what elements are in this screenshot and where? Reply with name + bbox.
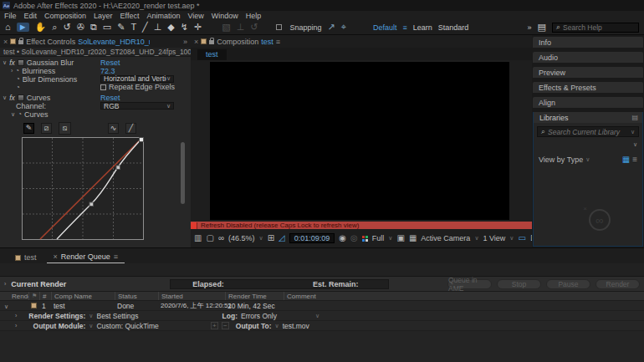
chevron-down-icon[interactable]: ∨: [315, 313, 319, 319]
camera-tool-icon[interactable]: ✇: [77, 23, 84, 32]
composition-tab-title[interactable]: Composition: [217, 38, 258, 46]
snapshot-icon[interactable]: ◉: [339, 234, 346, 242]
stopwatch-icon[interactable]: ◔: [15, 67, 19, 74]
grid-options-icon[interactable]: ⊞: [268, 234, 274, 242]
snapping-option-icon-2[interactable]: ⌖: [341, 23, 346, 32]
menu-layer[interactable]: Layer: [94, 12, 113, 20]
col-comp-name[interactable]: Comp Name: [51, 292, 115, 300]
stopwatch-icon[interactable]: ◔: [18, 110, 22, 118]
expand-icon[interactable]: ›: [4, 281, 6, 287]
panel-menu-icon[interactable]: ≡: [276, 38, 280, 46]
menu-window[interactable]: Window: [212, 12, 238, 20]
library-select-row[interactable]: ∨: [534, 140, 642, 150]
chevron-down-icon[interactable]: ∨: [275, 323, 279, 329]
monitor-icon[interactable]: ▢: [206, 234, 213, 242]
add-output-button[interactable]: +: [211, 322, 218, 329]
chevron-down-icon[interactable]: ∨: [631, 129, 635, 135]
viewport-frame[interactable]: [210, 62, 509, 220]
fx-badge[interactable]: fx: [9, 94, 15, 102]
workspace-switcher-icon[interactable]: ▤: [538, 23, 546, 32]
current-time[interactable]: 0:01:09:09: [289, 233, 335, 243]
workspace-overflow-icon[interactable]: »: [528, 23, 532, 32]
effect-controls-tab-target[interactable]: SolLevante_HDR10_r2020_ST2084_U: [78, 38, 150, 46]
sidebar-item-effects-presets[interactable]: Effects & Presets: [533, 82, 643, 93]
workspace-standard[interactable]: Standard: [438, 23, 469, 32]
remove-output-button[interactable]: −: [222, 322, 229, 329]
curve-point[interactable]: [116, 166, 120, 170]
log-value[interactable]: Errors Only: [241, 312, 277, 320]
col-render-time[interactable]: Render Time: [225, 292, 284, 300]
workspace-learn[interactable]: Learn: [413, 23, 432, 32]
list-view-icon[interactable]: ≡: [632, 155, 637, 164]
blurriness-value[interactable]: 72.3: [100, 67, 115, 75]
sidebar-item-audio[interactable]: Audio: [533, 52, 643, 63]
render-settings-value[interactable]: Best Settings: [96, 312, 138, 320]
curve-line-button[interactable]: ╱: [125, 123, 136, 134]
stop-button[interactable]: Stop: [497, 279, 541, 289]
collapse-icon[interactable]: ∨: [3, 94, 7, 101]
gaussian-blur-reset[interactable]: Reset: [100, 59, 120, 67]
grid-view-icon[interactable]: ▦: [622, 155, 630, 164]
output-to-value[interactable]: test.mov: [283, 322, 309, 330]
tab-timeline-test[interactable]: test: [8, 252, 43, 263]
panel-menu-icon[interactable]: ▤: [631, 114, 638, 121]
chevron-down-icon[interactable]: ∨: [509, 235, 514, 242]
lock-icon[interactable]: [209, 40, 214, 44]
collapse-icon[interactable]: ∨: [11, 111, 15, 118]
panel-menu-icon[interactable]: ≡: [114, 252, 118, 261]
composition-viewport[interactable]: [191, 60, 532, 222]
eraser-tool-icon[interactable]: ◆: [167, 23, 174, 32]
transparency-grid-icon[interactable]: ▦: [409, 234, 417, 242]
help-search-input[interactable]: [563, 23, 630, 32]
col-comment[interactable]: Comment: [284, 292, 644, 300]
curves-graph[interactable]: [22, 137, 144, 240]
roto-brush-tool-icon[interactable]: ↯: [181, 23, 188, 32]
col-status[interactable]: Status: [115, 292, 158, 300]
pen-tool-icon[interactable]: ✎: [117, 23, 125, 32]
rotation-tool-icon[interactable]: ↺: [63, 23, 70, 32]
zoom-tool-icon[interactable]: ⌕: [52, 23, 57, 32]
close-icon[interactable]: ×: [54, 252, 58, 261]
workspace-default[interactable]: Default: [373, 23, 397, 32]
chevron-down-icon[interactable]: ∨: [585, 156, 590, 163]
type-tool-icon[interactable]: T: [130, 23, 136, 32]
menu-help[interactable]: Help: [246, 12, 262, 20]
fx-badge[interactable]: fx: [9, 59, 15, 67]
curve-point[interactable]: [89, 202, 94, 206]
composition-view-tab[interactable]: test: [197, 49, 227, 60]
rectangle-tool-icon[interactable]: ▭: [103, 23, 111, 32]
panel-overflow-icon[interactable]: »: [183, 38, 187, 46]
library-search[interactable]: ⌕ ∨: [537, 126, 639, 137]
chevron-down-icon[interactable]: ∨: [89, 323, 93, 329]
chevron-down-icon[interactable]: ∨: [388, 235, 392, 242]
curves-effect-row[interactable]: ∨ fx Curves Reset: [0, 94, 191, 102]
menu-file[interactable]: File: [4, 12, 17, 20]
library-search-input[interactable]: [548, 128, 628, 136]
chevron-down-icon[interactable]: ∨: [474, 235, 478, 242]
tab-render-queue[interactable]: × Render Queue ≡: [47, 251, 125, 263]
menu-effect[interactable]: Effect: [120, 12, 140, 20]
composition-tab-target[interactable]: test: [261, 38, 273, 46]
collapse-icon[interactable]: ∨: [3, 59, 7, 66]
curve-open-button[interactable]: ⧄: [41, 123, 52, 134]
lock-icon[interactable]: [18, 40, 23, 44]
view-layout-dropdown[interactable]: 1 View: [483, 234, 506, 242]
gaussian-blur-row[interactable]: ∨ fx Gaussian Blur Reset: [0, 59, 191, 67]
menu-composition[interactable]: Composition: [44, 12, 86, 20]
snapping-checkbox[interactable]: [276, 24, 282, 30]
pause-button[interactable]: Pause: [546, 279, 590, 289]
resolution-dropdown[interactable]: Full: [372, 234, 385, 242]
close-icon[interactable]: ×: [194, 38, 198, 46]
queue-row[interactable]: ∨ 1 test Done 2020/7/6, 上午 12:20:51 20 M…: [0, 301, 644, 311]
workspace-menu-icon[interactable]: ≡: [402, 23, 406, 32]
menu-animation[interactable]: Animation: [146, 12, 180, 20]
sidebar-item-info[interactable]: Info: [533, 37, 643, 48]
view-by-type-label[interactable]: View by Type: [539, 156, 583, 164]
hand-tool-icon[interactable]: ✋: [35, 23, 47, 32]
close-icon[interactable]: ×: [3, 38, 8, 46]
pan-behind-tool-icon[interactable]: ⧉: [90, 23, 97, 32]
sidebar-item-preview[interactable]: Preview: [533, 67, 643, 78]
render-button[interactable]: Render: [595, 279, 640, 289]
curve-point[interactable]: [140, 137, 144, 141]
curve-save-button[interactable]: ⧅: [59, 122, 71, 135]
